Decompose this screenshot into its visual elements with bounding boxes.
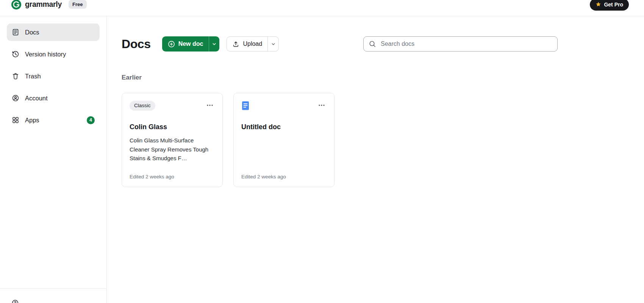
sidebar-divider <box>0 288 106 289</box>
docs-toolbar: Docs New doc <box>122 36 629 52</box>
main-content: Docs New doc <box>107 16 644 303</box>
brand: grammarly Free <box>11 0 87 9</box>
sidebar-item-apps[interactable]: Apps 4 <box>7 111 100 129</box>
upload-label: Upload <box>243 41 262 47</box>
sidebar-item-label: Docs <box>25 29 39 36</box>
account-icon <box>12 94 19 102</box>
upload-split-button: Upload <box>227 36 279 52</box>
docs-icon <box>12 28 19 36</box>
doc-type-badge: Classic <box>130 101 155 111</box>
doc-preview-text: Colin Glass Multi-Surface Cleaner Spray … <box>130 136 215 163</box>
plan-badge: Free <box>69 0 86 9</box>
plus-circle-icon <box>168 41 175 48</box>
doc-cards-grid: Classic Colin Glass Colin Glass Multi-Su… <box>122 93 644 187</box>
search-icon <box>369 40 376 48</box>
new-doc-split-button: New doc <box>162 36 220 52</box>
doc-menu-button[interactable] <box>317 101 327 110</box>
section-label-earlier: Earlier <box>122 74 644 81</box>
star-icon <box>596 2 601 7</box>
search-box <box>363 36 558 52</box>
ellipsis-icon <box>206 102 214 109</box>
doc-menu-button[interactable] <box>205 101 215 110</box>
sidebar-item-account[interactable]: Account <box>7 89 100 107</box>
sidebar-item-label: Version history <box>25 51 66 58</box>
doc-edited-timestamp: Edited 2 weeks ago <box>241 174 286 180</box>
chevron-down-icon <box>271 42 276 47</box>
doc-card[interactable]: Untitled doc Edited 2 weeks ago <box>233 93 335 187</box>
new-doc-button[interactable]: New doc <box>162 36 209 52</box>
trash-icon <box>12 72 19 80</box>
doc-title: Untitled doc <box>241 123 327 131</box>
doc-edited-timestamp: Edited 2 weeks ago <box>130 174 174 180</box>
apps-count-badge: 4 <box>87 116 95 124</box>
sidebar-item-support[interactable] <box>11 299 19 303</box>
sidebar-item-label: Trash <box>25 73 41 80</box>
help-icon <box>11 299 19 303</box>
history-icon <box>12 50 19 58</box>
new-doc-label: New doc <box>178 41 203 47</box>
sidebar-item-trash[interactable]: Trash <box>7 67 100 85</box>
page-title: Docs <box>122 37 151 51</box>
sidebar-item-label: Account <box>25 95 48 102</box>
ellipsis-icon <box>318 102 325 109</box>
brand-wordmark: grammarly <box>25 0 62 9</box>
sidebar: Docs Version history Trash <box>0 16 107 303</box>
doc-title: Colin Glass <box>130 123 215 131</box>
sidebar-item-version-history[interactable]: Version history <box>7 45 100 63</box>
doc-card[interactable]: Classic Colin Glass Colin Glass Multi-Su… <box>122 93 223 187</box>
sidebar-item-docs[interactable]: Docs <box>7 23 100 41</box>
get-pro-label: Get Pro <box>604 2 623 8</box>
doc-file-icon <box>241 101 250 111</box>
upload-dropdown-button[interactable] <box>268 37 278 51</box>
apps-icon <box>12 116 19 124</box>
chevron-down-icon <box>212 42 217 47</box>
grammarly-logo-icon <box>11 0 21 9</box>
upload-button[interactable]: Upload <box>227 37 267 51</box>
new-doc-dropdown-button[interactable] <box>209 36 219 52</box>
get-pro-button[interactable]: Get Pro <box>590 0 629 11</box>
sidebar-item-label: Apps <box>25 117 39 124</box>
search-input[interactable] <box>380 40 552 48</box>
top-header: grammarly Free Get Pro <box>0 0 644 16</box>
upload-icon <box>232 41 239 48</box>
